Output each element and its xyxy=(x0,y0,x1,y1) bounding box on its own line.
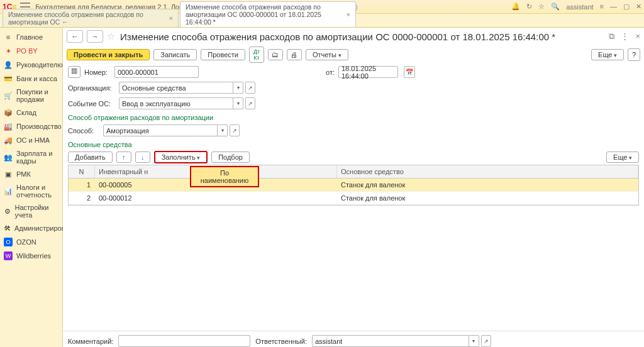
event-field[interactable]: Ввод в эксплуатацию xyxy=(119,97,233,109)
date-field[interactable]: 18.01.2025 16:44:00 xyxy=(338,66,398,78)
org-label: Организация: xyxy=(68,84,115,92)
nav-fixed-assets[interactable]: 🚚ОС и НМА xyxy=(0,133,62,147)
nav-admin[interactable]: 🛠Администрирование xyxy=(0,221,62,235)
nav-purchases[interactable]: 🛒Покупки и продажи xyxy=(0,85,62,106)
settings-icon[interactable]: ≡ xyxy=(600,3,604,10)
fill-by-name-item[interactable]: По наименованию xyxy=(191,167,258,186)
event-open-icon[interactable]: ↗ xyxy=(245,97,255,109)
close-doc-icon[interactable]: × xyxy=(635,31,640,41)
section-fixed-assets: Основные средства xyxy=(63,138,644,150)
post-button[interactable]: Провести xyxy=(201,49,245,60)
nav-taxes[interactable]: 📊Налоги и отчетность xyxy=(0,181,62,201)
cell-os: Станок для валенок xyxy=(337,192,638,204)
factory-icon: 🏭 xyxy=(4,122,13,131)
section-amortization: Способ отражения расходов по амортизации xyxy=(63,111,644,123)
close-window-icon[interactable]: ✕ xyxy=(636,3,641,10)
document-footer: Комментарий: Ответственный: assistant ▾ … xyxy=(63,331,644,347)
responsible-field[interactable]: assistant xyxy=(312,335,469,347)
tab-1-label: Изменение способа отражения расходов по … xyxy=(186,3,343,26)
tab-0[interactable]: Изменение способа отражения расходов по … xyxy=(3,9,179,27)
more-button-rows[interactable]: Еще xyxy=(606,151,639,163)
from-label: от: xyxy=(326,69,335,76)
history-icon[interactable]: ↻ xyxy=(526,3,532,10)
nav-rmk[interactable]: ▣РМК xyxy=(0,167,62,181)
number-field[interactable]: 0000-000001 xyxy=(114,66,199,78)
nav-bank[interactable]: 💳Банк и касса xyxy=(0,72,62,85)
responsible-open-icon[interactable]: ↗ xyxy=(481,335,491,347)
box-icon: 📦 xyxy=(4,108,13,117)
write-button[interactable]: Записать xyxy=(153,49,197,60)
favorite-icon[interactable]: ☆ xyxy=(107,31,115,42)
print-button[interactable]: 🖨 xyxy=(287,49,302,60)
reports-button[interactable]: Отчеты xyxy=(306,49,348,60)
calendar-icon[interactable]: 📅 xyxy=(404,66,415,78)
document-content: ← → ☆ Изменение способа отражения расход… xyxy=(63,28,644,347)
kebab-icon[interactable]: ⋮ xyxy=(621,31,629,41)
responsible-dropdown-icon[interactable]: ▾ xyxy=(469,335,479,347)
table-row[interactable]: 1 00-000005 Станок для валенок xyxy=(69,179,638,192)
nav-ozon[interactable]: OOZON xyxy=(0,235,62,249)
expand-icon[interactable]: ⧉ xyxy=(609,31,614,41)
report-icon: 📊 xyxy=(4,187,13,196)
current-user[interactable]: assistant xyxy=(566,3,593,11)
list-icon: ≡ xyxy=(4,33,13,41)
tab-1-close-icon[interactable]: × xyxy=(347,11,350,18)
org-field[interactable]: Основные средства xyxy=(119,82,233,94)
move-up-button[interactable]: ↑ xyxy=(116,151,131,163)
dt-kt-button[interactable]: ДтКт xyxy=(249,47,264,63)
cell-os: Станок для валенок xyxy=(337,179,638,191)
method-label: Способ: xyxy=(68,127,99,135)
table-header: N Инвентарный н Основное средство xyxy=(69,165,638,179)
nav-hr[interactable]: 👥Зарплата и кадры xyxy=(0,147,62,167)
search-icon[interactable]: 🔍 xyxy=(551,3,560,10)
document-title: Изменение способа отражения расходов по … xyxy=(120,31,555,42)
nav-poby[interactable]: ✶PO BY xyxy=(0,44,62,58)
nav-forward-button[interactable]: → xyxy=(87,30,103,43)
comment-field[interactable] xyxy=(118,335,250,347)
cart-icon: 🛒 xyxy=(4,91,13,100)
cell-n: 1 xyxy=(69,179,95,191)
pick-button[interactable]: Подбор xyxy=(211,151,250,163)
star-icon[interactable]: ☆ xyxy=(538,3,545,10)
nav-wildberries[interactable]: WWildberries xyxy=(0,249,62,263)
cell-inv: 00-000012 xyxy=(95,192,337,204)
card-icon: 💳 xyxy=(4,74,13,83)
table-row[interactable]: 2 00-000012 Станок для валенок xyxy=(69,192,638,205)
col-n[interactable]: N xyxy=(69,165,95,178)
nav-manager[interactable]: 👤Руководителю xyxy=(0,58,62,72)
navigation-sidebar: ≡Главное ✶PO BY 👤Руководителю 💳Банк и ка… xyxy=(0,28,63,347)
col-asset[interactable]: Основное средство xyxy=(337,165,638,178)
nav-back-button[interactable]: ← xyxy=(67,30,83,43)
number-label: Номер: xyxy=(84,69,111,76)
structure-button[interactable]: 🗂 xyxy=(268,49,283,60)
event-label: Событие ОС: xyxy=(68,100,115,107)
nav-production[interactable]: 🏭Производство xyxy=(0,119,62,133)
cell-n: 2 xyxy=(69,192,95,204)
bell-icon[interactable]: 🔔 xyxy=(511,3,520,10)
nav-warehouse[interactable]: 📦Склад xyxy=(0,106,62,119)
tab-0-close-icon[interactable]: × xyxy=(169,14,173,22)
fill-button[interactable]: Заполнить xyxy=(154,151,208,163)
org-open-icon[interactable]: ↗ xyxy=(245,82,255,94)
tools-icon: 🛠 xyxy=(4,224,11,233)
help-button[interactable]: ? xyxy=(628,48,640,61)
method-open-icon[interactable]: ↗ xyxy=(230,124,240,136)
add-row-button[interactable]: Добавить xyxy=(68,151,113,163)
barcode-icon[interactable]: ▥ xyxy=(68,66,80,78)
tab-1[interactable]: Изменение способа отражения расходов по … xyxy=(180,1,356,27)
nav-main[interactable]: ≡Главное xyxy=(0,30,62,44)
method-dropdown-icon[interactable]: ▾ xyxy=(218,124,228,136)
maximize-icon[interactable]: ▢ xyxy=(623,3,630,10)
move-down-button[interactable]: ↓ xyxy=(135,151,150,163)
comment-label: Комментарий: xyxy=(68,338,113,345)
method-field[interactable]: Амортизация xyxy=(103,124,218,136)
event-dropdown-icon[interactable]: ▾ xyxy=(233,97,243,109)
post-and-close-button[interactable]: Провести и закрыть xyxy=(67,49,150,60)
nav-settings[interactable]: ⚙Настройки учета xyxy=(0,201,62,221)
star-icon: ✶ xyxy=(4,47,13,55)
tab-0-label: Изменение способа отражения расходов по … xyxy=(8,11,165,26)
org-dropdown-icon[interactable]: ▾ xyxy=(233,82,243,94)
minimize-icon[interactable]: — xyxy=(610,3,617,10)
more-button-top[interactable]: Еще xyxy=(591,49,624,60)
ozon-icon: O xyxy=(4,238,13,246)
